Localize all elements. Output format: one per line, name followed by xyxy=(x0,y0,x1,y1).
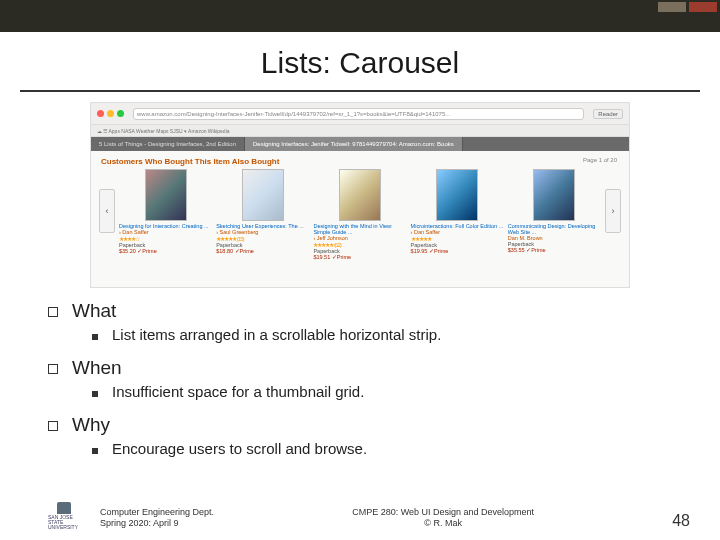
carousel-heading: Customers Who Bought This Item Also Boug… xyxy=(101,157,279,166)
square-subbullet-icon xyxy=(92,448,98,454)
footer-copyright: © R. Mak xyxy=(214,518,672,530)
sub-bullet-row: List items arranged in a scrollable hori… xyxy=(92,326,672,343)
title-rule xyxy=(20,90,700,92)
sub-bullet-row: Encourage users to scroll and browse. xyxy=(92,440,672,457)
square-subbullet-icon xyxy=(92,334,98,340)
bullet-text: Encourage users to scroll and browse. xyxy=(112,440,367,457)
sub-bullet-row: Insufficient space for a thumbnail grid. xyxy=(92,383,672,400)
window-close-icon xyxy=(97,110,104,117)
book-title: Communicating Design: Developing Web Sit… xyxy=(508,223,601,235)
book-thumb xyxy=(242,169,284,221)
carousel-item: Designing with the Mind in View: Simple … xyxy=(313,157,406,265)
book-price: $19.95 ✓Prime xyxy=(411,248,504,254)
reader-button: Reader xyxy=(593,109,623,119)
book-thumb xyxy=(533,169,575,221)
carousel-next-icon: › xyxy=(605,189,621,233)
tower-icon xyxy=(57,502,71,514)
square-subbullet-icon xyxy=(92,391,98,397)
footer-dept: Computer Engineering Dept. xyxy=(100,507,214,519)
square-bullet-icon xyxy=(48,364,58,374)
rating-stars: ★★★★☆ xyxy=(119,235,212,242)
book-title: Designing with the Mind in View: Simple … xyxy=(313,223,406,235)
rating-stars: ★★★★★ xyxy=(411,235,504,242)
footer-term: Spring 2020: April 9 xyxy=(100,518,214,530)
book-thumb xyxy=(145,169,187,221)
accent-block-1 xyxy=(658,2,686,12)
carousel-item: Designing for Interaction: Creating ... … xyxy=(119,157,212,265)
bullet-content: What List items arranged in a scrollable… xyxy=(0,300,720,457)
browser-chrome: www.amazon.com/Designing-Interfaces-Jeni… xyxy=(91,103,629,125)
book-thumb xyxy=(436,169,478,221)
accent-block-2 xyxy=(689,2,717,12)
bullet-row: Why xyxy=(48,414,672,436)
carousel: ‹ Designing for Interaction: Creating ..… xyxy=(91,151,629,271)
square-bullet-icon xyxy=(48,307,58,317)
carousel-prev-icon: ‹ xyxy=(99,189,115,233)
rating-stars: ★★★★★ (62) xyxy=(313,241,406,248)
carousel-item: Microinteractions: Full Color Edition ..… xyxy=(411,157,504,265)
browser-tab: 5 Lists of Things - Designing Interfaces… xyxy=(91,137,245,151)
footer-course: CMPE 280: Web UI Design and Development xyxy=(214,507,672,519)
book-price: $35.20 ✓Prime xyxy=(119,248,212,254)
bullet-row: What xyxy=(48,300,672,322)
slide-title: Lists: Carousel xyxy=(0,46,720,80)
university-name: SAN JOSE STATE UNIVERSITY xyxy=(48,515,80,530)
carousel-page-count: Page 1 of 20 xyxy=(583,157,617,163)
page-number: 48 xyxy=(672,512,690,530)
bullet-heading-why: Why xyxy=(72,414,110,436)
university-logo: SAN JOSE STATE UNIVERSITY xyxy=(48,502,80,530)
tab-bar: 5 Lists of Things - Designing Interfaces… xyxy=(91,137,629,151)
book-price: $35.55 ✓Prime xyxy=(508,247,601,253)
bullet-text: List items arranged in a scrollable hori… xyxy=(112,326,441,343)
screenshot-figure: www.amazon.com/Designing-Interfaces-Jeni… xyxy=(90,102,630,288)
slide-top-accent xyxy=(0,0,720,32)
address-bar: www.amazon.com/Designing-Interfaces-Jeni… xyxy=(133,108,584,120)
window-max-icon xyxy=(117,110,124,117)
rating-stars: ★★★★★ (15) xyxy=(216,235,309,242)
book-thumb xyxy=(339,169,381,221)
bullet-heading-what: What xyxy=(72,300,116,322)
footer-center: CMPE 280: Web UI Design and Development … xyxy=(214,507,672,530)
slide-footer: SAN JOSE STATE UNIVERSITY Computer Engin… xyxy=(0,502,720,530)
book-price: $18.80 ✓Prime xyxy=(216,248,309,254)
book-price: $19.51 ✓Prime xyxy=(313,254,406,260)
bookmarks-bar: ☁ ☰ Apps NASA Weather Maps SJSU ▾ Amazon… xyxy=(91,125,629,137)
carousel-item: Sketching User Experiences: The ... › Sa… xyxy=(216,157,309,265)
square-bullet-icon xyxy=(48,421,58,431)
bullet-text: Insufficient space for a thumbnail grid. xyxy=(112,383,364,400)
window-min-icon xyxy=(107,110,114,117)
bullet-heading-when: When xyxy=(72,357,122,379)
footer-left: Computer Engineering Dept. Spring 2020: … xyxy=(100,507,214,530)
bullet-row: When xyxy=(48,357,672,379)
title-area: Lists: Carousel xyxy=(0,32,720,84)
browser-tab-active: Designing Interfaces: Jenifer Tidwell: 9… xyxy=(245,137,463,151)
carousel-item: Communicating Design: Developing Web Sit… xyxy=(508,157,601,265)
